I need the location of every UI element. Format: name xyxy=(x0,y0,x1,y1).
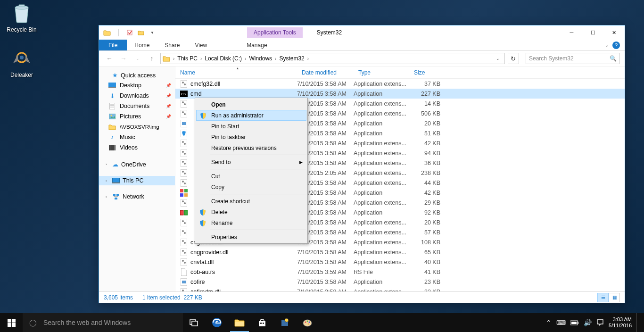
view-icons-button[interactable]: ▦ xyxy=(609,293,620,302)
desktop-icon-deleaker[interactable]: Deleaker xyxy=(4,47,40,78)
addr-dropdown-icon[interactable]: ⌄ xyxy=(493,56,503,61)
cm-delete[interactable]: Delete xyxy=(196,207,306,217)
svg-rect-19 xyxy=(115,198,117,199)
crumb-windows[interactable]: Windows xyxy=(247,55,274,62)
cm-copy[interactable]: Copy xyxy=(196,182,306,192)
svg-rect-51 xyxy=(180,193,183,197)
nav-forward-button[interactable]: → xyxy=(118,53,129,64)
file-row[interactable]: cofire7/10/2015 3:58 AMApplication23 KB xyxy=(175,277,625,287)
search-icon: 🔍 xyxy=(610,55,617,62)
svg-point-39 xyxy=(184,153,186,155)
cm-rename[interactable]: Rename xyxy=(196,217,306,228)
taskbar-clock[interactable]: 3:03 AM 5/11/2016 xyxy=(609,316,632,329)
sidebar-item-music[interactable]: ♪Music xyxy=(99,132,175,142)
file-type: Application extens... xyxy=(354,239,409,246)
sidebar-item-documents[interactable]: Documents📌 xyxy=(99,101,175,111)
file-type: Application extens... xyxy=(354,110,409,117)
qat-properties-icon[interactable] xyxy=(124,27,135,38)
file-size: 32 KB xyxy=(409,289,440,292)
taskbar-edge[interactable] xyxy=(206,313,228,332)
shield-icon xyxy=(199,208,206,216)
battery-icon[interactable] xyxy=(570,320,579,325)
qat-newfolder-icon[interactable] xyxy=(136,27,146,38)
file-icon xyxy=(180,120,188,127)
tab-file[interactable]: File xyxy=(99,40,127,50)
sidebar-item-downloads[interactable]: ⬇Downloads📌 xyxy=(99,91,175,101)
windows-logo-icon xyxy=(8,319,16,327)
svg-point-55 xyxy=(184,202,186,204)
column-name[interactable]: Name xyxy=(175,69,297,76)
help-button[interactable]: ? xyxy=(612,42,620,49)
column-date[interactable]: Date modified xyxy=(297,69,354,76)
file-row[interactable]: cnvfat.dll7/10/2015 3:58 AMApplication e… xyxy=(175,257,625,267)
refresh-button[interactable]: ↻ xyxy=(508,53,519,64)
view-details-button[interactable]: ☰ xyxy=(597,293,609,302)
search-box[interactable]: Search System32 🔍 xyxy=(526,53,620,64)
svg-rect-78 xyxy=(8,319,11,323)
qat-dropdown-icon[interactable]: ▼ xyxy=(147,27,157,38)
taskbar-store[interactable] xyxy=(251,313,273,332)
taskbar-paint[interactable] xyxy=(296,313,319,332)
ribbon-expand-icon[interactable]: ⌄ xyxy=(605,42,609,48)
tab-share[interactable]: Share xyxy=(157,40,187,50)
cm-properties[interactable]: Properties xyxy=(196,232,306,242)
cm-open[interactable]: Open xyxy=(196,99,306,110)
sidebar-quick-access[interactable]: ★Quick access xyxy=(99,70,175,80)
sidebar-network[interactable]: ›Network xyxy=(99,192,175,201)
file-row[interactable]: cngprovider.dll7/10/2015 3:58 AMApplicat… xyxy=(175,247,625,257)
column-headers: ▴ Name Date modified Type Size xyxy=(175,66,625,79)
svg-rect-70 xyxy=(181,258,187,266)
tray-expand-icon[interactable]: ⌃ xyxy=(546,319,552,326)
cm-pin-start[interactable]: Pin to Start xyxy=(196,121,306,132)
cm-shortcut[interactable]: Create shortcut xyxy=(196,196,306,207)
show-desktop-button[interactable] xyxy=(636,313,639,332)
sidebar-item-desktop[interactable]: Desktop📌 xyxy=(99,80,175,91)
column-size[interactable]: Size xyxy=(409,69,445,76)
crumb-system32[interactable]: System32 xyxy=(277,55,306,62)
file-row[interactable]: cofiredm.dll7/10/2015 3:58 AMApplication… xyxy=(175,287,625,291)
sidebar-onedrive[interactable]: ›☁OneDrive xyxy=(99,159,175,169)
file-row[interactable]: cob-au.rs7/10/2015 3:59 AMRS File41 KB xyxy=(175,267,625,277)
taskbar-search[interactable]: ◯ Search the web and Windows xyxy=(23,313,183,332)
nav-recent-dropdown[interactable]: ⌄ xyxy=(132,53,143,64)
cm-send-to[interactable]: Send to▶ xyxy=(196,157,306,167)
sidebar-thispc[interactable]: ›This PC xyxy=(99,176,175,185)
cm-pin-taskbar[interactable]: Pin to taskbar xyxy=(196,132,306,142)
svg-point-66 xyxy=(184,242,186,244)
nav-back-button[interactable]: ← xyxy=(104,53,115,64)
nav-up-button[interactable]: ↑ xyxy=(146,53,157,64)
sidebar-item-netshare[interactable]: \\VBOXSVR\img xyxy=(99,122,175,132)
action-center-icon[interactable] xyxy=(596,319,604,326)
volume-icon[interactable]: 🔊 xyxy=(584,319,592,326)
address-bar[interactable]: › This PC› Local Disk (C:)› Windows› Sys… xyxy=(160,53,505,64)
tab-manage[interactable]: Manage xyxy=(239,40,274,50)
titlebar[interactable]: | ▼ Application Tools System32 ─ ☐ ✕ xyxy=(99,25,625,40)
file-type: Application extens... xyxy=(354,249,409,256)
context-menu: Open Run as administrator Pin to Start P… xyxy=(195,98,308,244)
svg-rect-67 xyxy=(181,249,187,256)
sidebar-item-pictures[interactable]: Pictures📌 xyxy=(99,111,175,122)
close-button[interactable]: ✕ xyxy=(603,25,625,40)
file-row[interactable]: cmcfg32.dll7/10/2015 3:58 AMApplication … xyxy=(175,79,625,89)
desktop-icon-recycle-bin[interactable]: Recycle Bin xyxy=(4,2,40,33)
minimize-button[interactable]: ─ xyxy=(561,25,582,40)
sidebar-item-videos[interactable]: Videos xyxy=(99,142,175,153)
maximize-button[interactable]: ☐ xyxy=(582,25,603,40)
taskbar-app1[interactable] xyxy=(273,313,296,332)
crumb-drive[interactable]: Local Disk (C:) xyxy=(203,55,244,62)
tab-view[interactable]: View xyxy=(187,40,215,50)
file-row[interactable]: C:\cmd7/10/2015 3:58 AMApplication227 KB xyxy=(175,89,625,99)
start-button[interactable] xyxy=(0,313,23,332)
file-type: Application extens... xyxy=(354,259,409,266)
cm-restore[interactable]: Restore previous versions xyxy=(196,142,306,153)
task-view-button[interactable] xyxy=(183,313,206,332)
cm-cut[interactable]: Cut xyxy=(196,171,306,182)
tray-keyboard-icon[interactable]: ⌨ xyxy=(556,319,566,326)
taskbar-explorer[interactable] xyxy=(228,313,251,332)
crumb-thispc[interactable]: This PC xyxy=(175,55,199,62)
file-name: cmd xyxy=(190,91,297,97)
column-type[interactable]: Type xyxy=(354,69,409,76)
context-tab[interactable]: Application Tools xyxy=(247,27,303,38)
cm-run-admin[interactable]: Run as administrator xyxy=(196,110,306,121)
tab-home[interactable]: Home xyxy=(127,40,157,50)
